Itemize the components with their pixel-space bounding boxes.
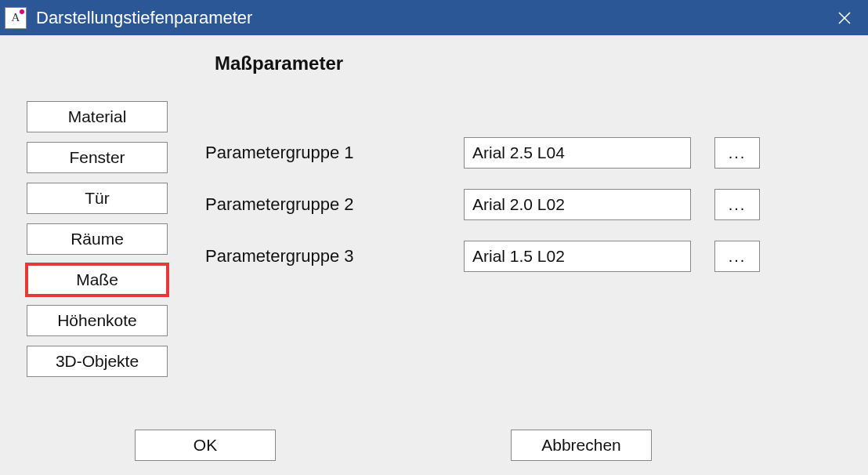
panel-heading: Maßparameter	[215, 53, 343, 74]
param-row-1: Parametergruppe 1 ...	[205, 137, 834, 169]
close-button[interactable]	[821, 0, 868, 35]
cancel-button[interactable]: Abbrechen	[511, 430, 652, 461]
parameter-area: Parametergruppe 1 ... Parametergruppe 2 …	[205, 137, 834, 292]
sidebar: Material Fenster Tür Räume Maße Höhenkot…	[27, 101, 168, 377]
param-row-2: Parametergruppe 2 ...	[205, 189, 834, 220]
sidebar-item-raeume[interactable]: Räume	[27, 223, 168, 255]
sidebar-item-tuer[interactable]: Tür	[27, 183, 168, 214]
param-label-2: Parametergruppe 2	[205, 194, 440, 215]
browse-button-3[interactable]: ...	[714, 241, 760, 272]
window-title: Darstellungstiefenparameter	[36, 8, 252, 28]
param-label-1: Parametergruppe 1	[205, 143, 440, 163]
app-icon: A	[5, 7, 27, 29]
param-row-3: Parametergruppe 3 ...	[205, 241, 834, 272]
param-label-3: Parametergruppe 3	[205, 246, 440, 267]
param-input-1[interactable]	[464, 137, 691, 169]
sidebar-item-hoehenkote[interactable]: Höhenkote	[27, 305, 168, 336]
client-area: Maßparameter Material Fenster Tür Räume …	[0, 35, 868, 475]
sidebar-item-masse[interactable]: Maße	[27, 264, 168, 296]
param-input-3[interactable]	[464, 241, 691, 272]
sidebar-item-3d-objekte[interactable]: 3D-Objekte	[27, 346, 168, 377]
sidebar-item-material[interactable]: Material	[27, 101, 168, 132]
param-input-2[interactable]	[464, 189, 691, 220]
sidebar-item-fenster[interactable]: Fenster	[27, 142, 168, 173]
titlebar: A Darstellungstiefenparameter	[0, 0, 868, 35]
ok-button[interactable]: OK	[135, 430, 276, 461]
footer: OK Abbrechen	[3, 430, 865, 461]
browse-button-2[interactable]: ...	[714, 189, 760, 220]
close-icon	[838, 12, 851, 24]
dialog-window: A Darstellungstiefenparameter Maßparamet…	[0, 0, 868, 475]
browse-button-1[interactable]: ...	[714, 137, 760, 169]
inner-panel: Maßparameter Material Fenster Tür Räume …	[3, 38, 865, 472]
